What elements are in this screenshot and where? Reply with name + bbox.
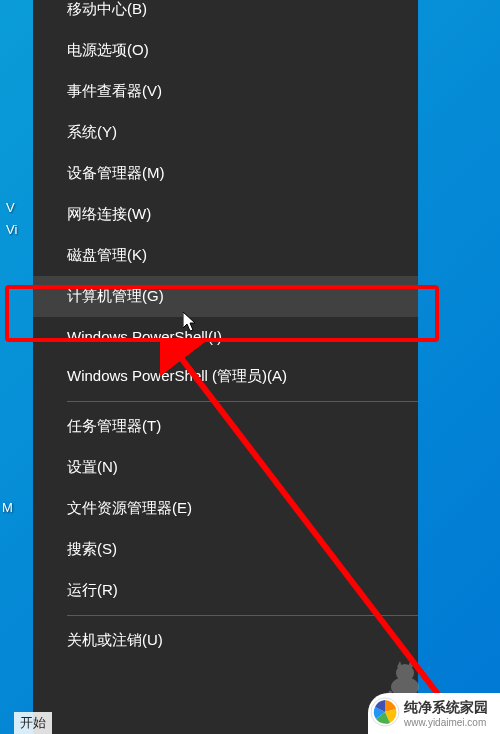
desktop-icon-label: Vi xyxy=(6,222,17,237)
menu-item-computer-management[interactable]: 计算机管理(G) xyxy=(33,276,418,317)
menu-separator xyxy=(67,401,418,402)
menu-item-label: 任务管理器(T) xyxy=(67,417,161,434)
menu-item-label: 运行(R) xyxy=(67,581,118,598)
menu-item-power-options[interactable]: 电源选项(O) xyxy=(33,30,418,71)
menu-item-event-viewer[interactable]: 事件查看器(V) xyxy=(33,71,418,112)
menu-item-label: 磁盘管理(K) xyxy=(67,246,147,263)
menu-item-label: 移动中心(B) xyxy=(67,0,147,17)
menu-item-search[interactable]: 搜索(S) xyxy=(33,529,418,570)
menu-item-label: 设备管理器(M) xyxy=(67,164,165,181)
watermark-logo-icon xyxy=(370,697,400,727)
menu-item-run[interactable]: 运行(R) xyxy=(33,570,418,611)
menu-item-settings[interactable]: 设置(N) xyxy=(33,447,418,488)
menu-item-shutdown-signout[interactable]: 关机或注销(U) xyxy=(33,620,418,661)
menu-item-label: Windows PowerShell (管理员)(A) xyxy=(67,367,287,384)
menu-item-powershell[interactable]: Windows PowerShell(I) xyxy=(33,317,418,356)
desktop-icon-label: M xyxy=(2,500,13,515)
menu-item-label: 电源选项(O) xyxy=(67,41,149,58)
menu-item-mobility-center[interactable]: 移动中心(B) xyxy=(33,0,418,30)
watermark-url: www.yidaimei.com xyxy=(404,717,486,728)
menu-item-file-explorer[interactable]: 文件资源管理器(E) xyxy=(33,488,418,529)
menu-item-label: 系统(Y) xyxy=(67,123,117,140)
menu-item-task-manager[interactable]: 任务管理器(T) xyxy=(33,406,418,447)
menu-item-label: 关机或注销(U) xyxy=(67,631,163,648)
menu-item-label: 网络连接(W) xyxy=(67,205,151,222)
menu-item-system[interactable]: 系统(Y) xyxy=(33,112,418,153)
watermark-title: 纯净系统家园 xyxy=(404,699,488,717)
menu-item-label: 搜索(S) xyxy=(67,540,117,557)
menu-item-label: 事件查看器(V) xyxy=(67,82,162,99)
menu-item-label: 计算机管理(G) xyxy=(67,287,164,304)
menu-item-network-connections[interactable]: 网络连接(W) xyxy=(33,194,418,235)
menu-item-label: 文件资源管理器(E) xyxy=(67,499,192,516)
start-button-tooltip: 开始 xyxy=(14,712,52,734)
svg-marker-4 xyxy=(397,661,402,668)
menu-item-device-manager[interactable]: 设备管理器(M) xyxy=(33,153,418,194)
menu-item-disk-management[interactable]: 磁盘管理(K) xyxy=(33,235,418,276)
menu-separator xyxy=(67,615,418,616)
menu-item-label: 设置(N) xyxy=(67,458,118,475)
desktop-icon-label: V xyxy=(6,200,15,215)
winx-context-menu: 移动中心(B) 电源选项(O) 事件查看器(V) 系统(Y) 设备管理器(M) … xyxy=(33,0,418,734)
menu-item-powershell-admin[interactable]: Windows PowerShell (管理员)(A) xyxy=(33,356,418,397)
svg-marker-5 xyxy=(408,661,413,668)
menu-item-label: Windows PowerShell(I) xyxy=(67,328,222,345)
watermark-badge: 纯净系统家园 www.yidaimei.com xyxy=(368,693,500,734)
